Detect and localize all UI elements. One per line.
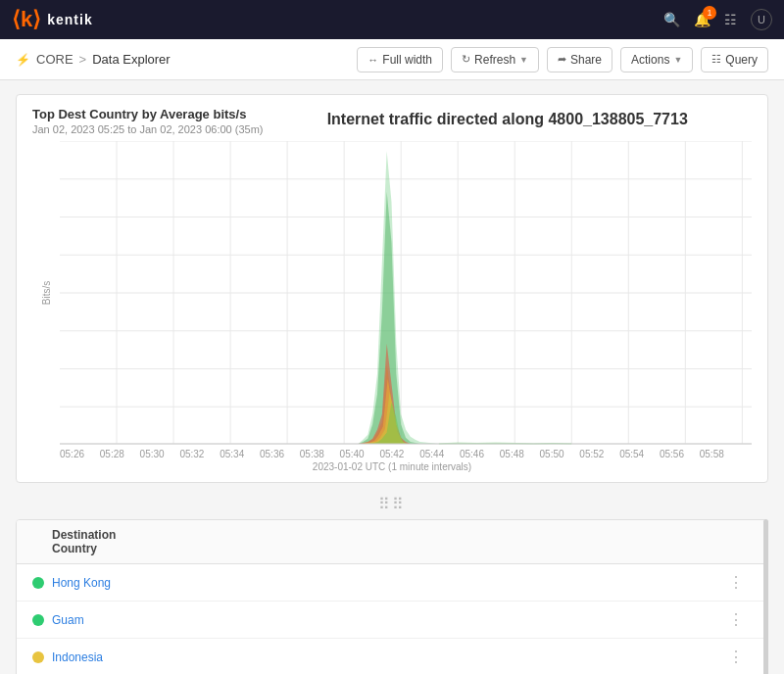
actions-button[interactable]: Actions ▼ — [620, 47, 693, 72]
breadcrumb-current: Data Explorer — [92, 52, 170, 67]
table-row[interactable]: Indonesia ⋮ — [17, 639, 767, 674]
chart-y-label: Bits/s — [41, 281, 52, 305]
kentik-logo[interactable]: ⟨k⟩ kentik — [12, 7, 93, 32]
chart-main-title: Internet traffic directed along 4800_138… — [263, 107, 752, 132]
table-col-name-header: Destination Country — [52, 528, 728, 555]
x-label-1: 05:28 — [100, 449, 124, 459]
query-button[interactable]: ☷ Query — [701, 47, 768, 72]
x-label-9: 05:44 — [419, 449, 444, 459]
toolbar: ↔ Full width ↻ Refresh ▼ ➦ Share Actions… — [357, 47, 768, 72]
table-wrapper: Destination Country Hong Kong ⋮ Guam ⋮ — [16, 519, 768, 674]
x-label-16: 05:58 — [700, 449, 724, 459]
row-menu-2[interactable]: ⋮ — [728, 648, 752, 666]
nav-right: 🔍 🔔 1 ☷ U — [663, 9, 772, 30]
row-indicator-2 — [32, 651, 52, 663]
query-label: Query — [725, 53, 758, 67]
chart-svg-wrapper — [60, 141, 752, 445]
col-header-destination: Destination — [52, 528, 728, 542]
refresh-icon: ↻ — [462, 53, 470, 66]
row-name-2[interactable]: Indonesia — [52, 650, 728, 664]
row-menu-0[interactable]: ⋮ — [728, 573, 752, 592]
notification-bell[interactable]: 🔔 1 — [694, 12, 710, 27]
chart-x-axis: 05:26 05:28 05:30 05:32 05:34 05:36 05:3… — [32, 445, 752, 459]
chart-title: Top Dest Country by Average bits/s — [32, 107, 263, 121]
row-menu-1[interactable]: ⋮ — [728, 610, 752, 629]
row-name-0[interactable]: Hong Kong — [52, 576, 728, 590]
x-label-5: 05:36 — [260, 449, 284, 459]
table-row[interactable]: Guam ⋮ — [17, 602, 767, 639]
actions-caret-icon: ▼ — [673, 55, 682, 65]
svg-marker-21 — [60, 151, 752, 444]
breadcrumb: ⚡ CORE > Data Explorer — [16, 52, 171, 67]
full-width-label: Full width — [382, 53, 432, 67]
table-header-row: Destination Country — [17, 520, 767, 564]
x-label-15: 05:56 — [660, 449, 684, 459]
chart-x-date-label: 2023-01-02 UTC (1 minute intervals) — [32, 459, 752, 482]
grid-icon[interactable]: ☷ — [724, 12, 737, 27]
refresh-caret-icon: ▼ — [519, 55, 528, 65]
x-label-8: 05:42 — [379, 449, 404, 459]
x-label-11: 05:48 — [500, 449, 524, 459]
full-width-button[interactable]: ↔ Full width — [357, 47, 443, 72]
main-content: Top Dest Country by Average bits/s Jan 0… — [0, 80, 784, 674]
table-row[interactable]: Hong Kong ⋮ — [17, 564, 767, 602]
row-indicator-0 — [32, 577, 52, 589]
share-icon: ➦ — [558, 53, 566, 66]
row-name-1[interactable]: Guam — [52, 613, 728, 627]
actions-label: Actions — [631, 53, 669, 67]
x-label-3: 05:32 — [179, 449, 204, 459]
col-header-country: Country — [52, 542, 728, 555]
logo-icon: ⟨k⟩ — [12, 7, 41, 32]
share-label: Share — [570, 53, 602, 67]
x-label-4: 05:34 — [220, 449, 244, 459]
query-icon: ☷ — [711, 53, 721, 66]
x-label-2: 05:30 — [140, 449, 165, 459]
breadcrumb-separator: > — [79, 52, 87, 67]
row-dot-1 — [32, 614, 44, 626]
user-icon[interactable]: U — [751, 9, 772, 30]
breadcrumb-home[interactable]: CORE — [36, 52, 74, 67]
table-section: Destination Country Hong Kong ⋮ Guam ⋮ — [16, 519, 768, 674]
x-label-7: 05:40 — [340, 449, 365, 459]
notification-badge: 1 — [703, 6, 716, 20]
core-icon: ⚡ — [16, 53, 30, 67]
row-indicator-1 — [32, 614, 52, 626]
drag-handle[interactable]: ⠿⠿ — [16, 489, 768, 519]
row-dot-2 — [32, 651, 44, 663]
chart-header: Top Dest Country by Average bits/s Jan 0… — [32, 107, 752, 135]
scrollbar[interactable] — [763, 519, 768, 674]
x-label-0: 05:26 — [60, 449, 84, 459]
fullwidth-icon: ↔ — [368, 54, 378, 66]
chart-area: Bits/s — [32, 141, 752, 445]
x-label-13: 05:52 — [579, 449, 604, 459]
x-label-6: 05:38 — [300, 449, 324, 459]
x-label-14: 05:54 — [619, 449, 644, 459]
x-label-12: 05:50 — [540, 449, 564, 459]
chart-subtitle: Jan 02, 2023 05:25 to Jan 02, 2023 06:00… — [32, 123, 263, 135]
chart-section: Top Dest Country by Average bits/s Jan 0… — [16, 94, 768, 483]
chart-title-block: Top Dest Country by Average bits/s Jan 0… — [32, 107, 263, 135]
chart-svg — [60, 141, 752, 445]
logo-text: kentik — [47, 12, 92, 27]
refresh-label: Refresh — [474, 53, 515, 67]
top-navigation: ⟨k⟩ kentik 🔍 🔔 1 ☷ U — [0, 0, 784, 39]
breadcrumb-bar: ⚡ CORE > Data Explorer ↔ Full width ↻ Re… — [0, 39, 784, 80]
refresh-button[interactable]: ↻ Refresh ▼ — [451, 47, 539, 72]
share-button[interactable]: ➦ Share — [547, 47, 612, 72]
row-dot-0 — [32, 577, 44, 589]
nav-left: ⟨k⟩ kentik — [12, 7, 93, 32]
search-icon[interactable]: 🔍 — [663, 12, 680, 27]
x-label-10: 05:46 — [460, 449, 484, 459]
